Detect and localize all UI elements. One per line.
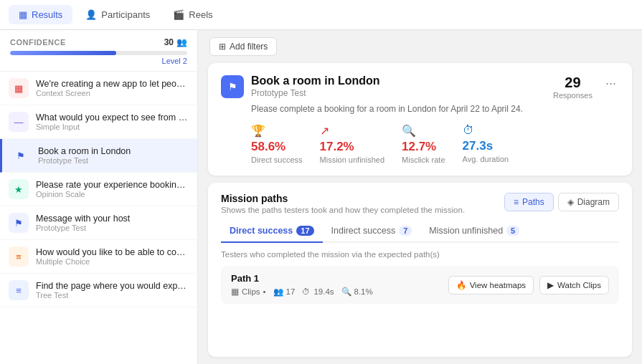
metric-direct-success-value: 58.6% [251,140,303,154]
arrow-up-icon: ↗ [320,124,385,138]
paths-desc: Shows the paths testers took and how the… [221,206,465,214]
sidebar: CONFIDENCE 30 👥 Level 2 ▦ We're creating… [0,30,198,364]
clock-small-icon: ⏱ [302,287,311,296]
filter-icon: ⊞ [219,42,226,52]
add-filters-button[interactable]: ⊞ Add filters [209,37,277,56]
item6-title: How would you like to be able to com... [36,247,189,257]
item2-title: What would you expect to see from o... [36,112,189,123]
item6-icon: ≡ [9,246,29,267]
item6-subtitle: Multiple Choice [36,257,189,266]
play-icon: ▶ [547,280,554,290]
paths-view-btn[interactable]: ≡ Paths [504,193,554,211]
clips-icon: ▦ [231,287,239,297]
confidence-label: CONFIDENCE [10,38,66,47]
path-tab-direct-success[interactable]: Direct success 17 [221,221,323,243]
path1-meta: ▦ Clips • 👥 17 ⏱ 19.4s [231,287,373,297]
item4-subtitle: Opinion Scale [36,190,189,198]
item1-subtitle: Context Screen [36,89,189,97]
diagram-view-btn[interactable]: ◈ Diagram [558,193,619,211]
path1-participants: 👥 17 [273,287,296,297]
path-card-1: Path 1 ▦ Clips • 👥 17 ⏱ 1 [221,266,619,304]
mission-description: Please complete a booking for a room in … [251,104,619,114]
mission-title-area: ⚑ Book a room in London Prototype Test [221,75,380,98]
path-tab-mission-unfinished[interactable]: Mission unfinished 5 [420,221,528,243]
path-tab-indirect-success[interactable]: Indirect success 7 [323,221,421,243]
sidebar-item-5[interactable]: ⚑ Message with your host Prototype Test [0,206,197,240]
responses-box: 29 Responses [553,75,593,100]
mission-card: ⚑ Book a room in London Prototype Test 2… [208,63,632,176]
paths-title: Mission paths [221,193,465,204]
item1-icon: ▦ [9,78,29,98]
path1-actions: 🔥 View heatmaps ▶ Watch Clips [448,276,609,294]
heatmap-icon: 🔥 [456,280,466,290]
path1-duration: ⏱ 19.4s [302,287,334,296]
responses-number: 29 [553,75,593,91]
main-layout: CONFIDENCE 30 👥 Level 2 ▦ We're creating… [0,30,642,364]
sidebar-item-4[interactable]: ★ Please rate your experience booking a.… [0,173,197,206]
confidence-progress-fill [10,51,116,55]
item5-subtitle: Prototype Test [36,224,189,232]
item3-icon: ⚑ [11,145,31,166]
confidence-bar: CONFIDENCE 30 👥 Level 2 [0,30,197,72]
direct-success-badge: 17 [296,226,313,236]
participants-icon: 👤 [85,9,97,20]
top-tabs: ▦ Results 👤 Participants 🎬 Reels [0,0,642,30]
mission-title: Book a room in London [251,75,380,87]
item2-subtitle: Simple Input [36,123,189,131]
item4-icon: ★ [9,179,29,199]
tab-participants[interactable]: 👤 Participants [75,5,160,24]
item4-title: Please rate your experience booking a... [36,180,189,190]
results-icon: ▦ [19,9,27,20]
mission-type: Prototype Test [251,88,380,98]
mission-type-icon: ⚑ [221,75,244,98]
reels-icon: 🎬 [173,9,184,20]
responses-label: Responses [553,91,593,100]
paths-view-buttons: ≡ Paths ◈ Diagram [504,193,619,211]
metric-misclick-label: Misclick rate [402,155,445,164]
path-tab-subtitle: Testers who completed the mission via th… [221,250,619,259]
sidebar-item-7[interactable]: ≡ Find the page where you would expec...… [0,274,197,307]
metric-unfinished-value: 17.2% [320,140,385,154]
sidebar-list: ▦ We're creating a new app to let peopl.… [0,72,197,364]
right-content: ⊞ Add filters ⚑ Book a room in London Pr… [198,30,642,364]
item1-title: We're creating a new app to let peopl... [36,79,189,89]
item7-icon: ≡ [9,280,29,300]
watch-clips-button[interactable]: ▶ Watch Clips [539,276,609,294]
metric-mission-unfinished: ↗ 17.2% Mission unfinished [320,124,385,164]
item5-title: Message with your host [36,214,189,224]
sidebar-item-2[interactable]: — What would you expect to see from o...… [0,105,197,139]
right-header: ⊞ Add filters [198,30,642,63]
metric-direct-success: 🏆 58.6% Direct success [251,124,303,164]
sidebar-item-3[interactable]: ⚑ Book a room in London Prototype Test [0,139,197,173]
item3-title: Book a room in London [38,146,189,156]
confidence-icon: 👥 [176,37,187,47]
metrics-row: 🏆 58.6% Direct success ↗ 17.2% Mission u… [251,124,619,164]
paths-section: Mission paths Shows the paths testers to… [208,183,632,357]
diagram-icon: ◈ [567,197,574,207]
item7-subtitle: Tree Test [36,291,189,300]
more-button[interactable]: ··· [603,75,619,92]
item7-title: Find the page where you would expec... [36,281,189,291]
paths-list-icon: ≡ [514,197,519,207]
confidence-level: Level 2 [10,57,187,65]
misclick-icon: 🔍 [341,287,351,297]
search-icon: 🔍 [402,124,445,138]
item2-icon: — [9,112,29,132]
clock-icon: ⏱ [463,124,509,137]
view-heatmaps-button[interactable]: 🔥 View heatmaps [448,276,534,294]
trophy-icon: 🏆 [251,124,303,138]
metric-unfinished-label: Mission unfinished [320,155,385,164]
indirect-success-badge: 7 [399,226,412,236]
metric-duration-label: Avg. duration [463,155,509,163]
tab-reels[interactable]: 🎬 Reels [163,5,222,24]
metric-direct-success-label: Direct success [251,155,303,164]
path1-misclick: 🔍 8.1% [341,287,373,297]
path-tabs: Direct success 17 Indirect success 7 Mis… [221,221,619,243]
tab-results[interactable]: ▦ Results [9,5,72,24]
sidebar-item-6[interactable]: ≡ How would you like to be able to com..… [0,240,197,274]
sidebar-item-1[interactable]: ▦ We're creating a new app to let peopl.… [0,72,197,105]
path1-clips: ▦ Clips • [231,287,266,297]
filter-label: Add filters [230,42,268,52]
item3-subtitle: Prototype Test [38,156,189,165]
metric-duration-value: 27.3s [463,139,509,153]
